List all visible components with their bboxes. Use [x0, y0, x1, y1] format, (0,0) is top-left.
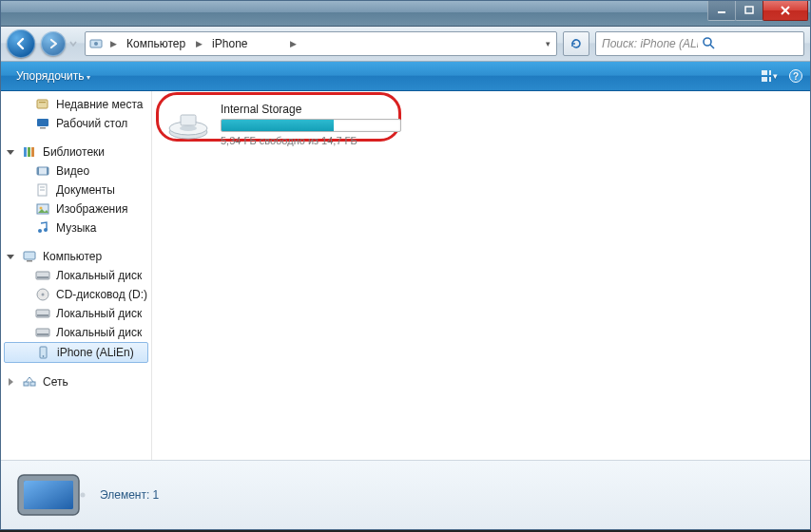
svg-rect-41: [24, 382, 29, 386]
svg-rect-14: [37, 119, 48, 126]
sidebar-item-images[interactable]: Изображения: [1, 200, 151, 218]
sidebar-label: iPhone (ALiEn): [57, 346, 134, 359]
svg-point-4: [704, 38, 711, 46]
svg-point-40: [43, 355, 45, 357]
video-icon: [35, 163, 50, 179]
docs-icon: [35, 182, 50, 198]
svg-rect-46: [181, 115, 196, 125]
details-device-icon: [10, 469, 87, 521]
svg-rect-29: [24, 252, 35, 259]
library-icon: [22, 144, 37, 160]
forward-button[interactable]: [41, 31, 66, 56]
refresh-button[interactable]: [563, 31, 589, 56]
drive-used-bar: [222, 120, 334, 131]
sidebar-item-cd-drive[interactable]: CD-дисковод (D:): [1, 285, 151, 304]
svg-rect-18: [31, 147, 34, 157]
sidebar-item-local-disk-1[interactable]: Локальный диск: [1, 266, 151, 285]
computer-icon: [22, 249, 37, 264]
drive-capacity-bar: [221, 119, 401, 132]
drive-icon: [165, 107, 211, 142]
view-options-button[interactable]: ▾: [761, 67, 778, 85]
sidebar-item-docs[interactable]: Документы: [1, 180, 151, 200]
organize-menu[interactable]: Упорядочить: [7, 66, 100, 86]
sidebar-item-computer[interactable]: Компьютер: [1, 247, 151, 266]
sidebar-label: Локальный диск: [56, 269, 142, 282]
hdd-icon: [35, 306, 50, 321]
drive-name: Internal Storage: [221, 103, 401, 116]
svg-rect-15: [40, 127, 46, 129]
details-text: Элемент: 1: [100, 488, 159, 502]
svg-rect-16: [24, 147, 27, 157]
sidebar-item-local-disk-2[interactable]: Локальный диск: [1, 304, 151, 323]
svg-point-50: [81, 493, 86, 498]
svg-rect-1: [745, 7, 753, 13]
svg-rect-12: [37, 100, 48, 108]
cd-icon: [35, 287, 50, 302]
minimize-icon: [717, 6, 726, 15]
sidebar-item-video[interactable]: Видео: [1, 162, 151, 180]
sidebar-label: Компьютер: [43, 250, 102, 263]
sidebar-item-network[interactable]: Сеть: [1, 372, 151, 391]
forward-icon: [48, 38, 59, 49]
svg-point-3: [94, 42, 98, 46]
svg-rect-49: [24, 481, 73, 509]
search-input[interactable]: Поиск: iPhone (ALiEn): [595, 31, 804, 56]
command-bar: Упорядочить ▾ ?: [1, 62, 810, 91]
desktop-icon: [35, 116, 50, 131]
svg-point-45: [180, 125, 197, 131]
maximize-icon: [744, 6, 754, 15]
chevron-right-icon[interactable]: ▶: [192, 39, 206, 48]
hdd-icon: [35, 325, 50, 340]
minimize-button[interactable]: [707, 1, 736, 21]
refresh-icon: [570, 37, 583, 50]
sidebar-label: Видео: [56, 164, 89, 178]
svg-rect-17: [28, 147, 30, 157]
drive-item-internal-storage[interactable]: Internal Storage 5,34 ГБ свободно из 14,…: [160, 99, 407, 152]
svg-rect-21: [47, 167, 48, 175]
nav-bar: ▶ Компьютер ▶ iPhone ▶ ▾ Поиск: iPhone (…: [1, 27, 810, 62]
breadcrumb-iphone[interactable]: iPhone: [206, 32, 254, 55]
items-view[interactable]: Internal Storage 5,34 ГБ свободно из 14,…: [151, 91, 810, 460]
address-bar[interactable]: ▶ Компьютер ▶ iPhone ▶ ▾: [85, 31, 557, 56]
sidebar-label: Документы: [56, 183, 115, 197]
address-dropdown-icon[interactable]: ▾: [542, 39, 556, 48]
recent-icon: [35, 97, 50, 112]
svg-rect-30: [27, 260, 32, 262]
explorer-window: ▶ Компьютер ▶ iPhone ▶ ▾ Поиск: iPhone (…: [0, 0, 811, 530]
sidebar-label: Музыка: [56, 221, 96, 235]
help-button[interactable]: ?: [787, 67, 804, 85]
music-icon: [35, 220, 50, 236]
chevron-right-icon[interactable]: ▶: [286, 39, 300, 48]
history-dropdown-icon[interactable]: [69, 39, 77, 48]
breadcrumb-computer[interactable]: Компьютер: [121, 32, 192, 55]
sidebar-label: Локальный диск: [56, 307, 142, 320]
sidebar-item-local-disk-3[interactable]: Локальный диск: [1, 323, 151, 342]
svg-rect-42: [30, 382, 35, 386]
search-icon[interactable]: [702, 36, 798, 52]
sidebar-item-music[interactable]: Музыка: [1, 218, 151, 238]
svg-point-27: [38, 229, 42, 233]
maximize-button[interactable]: [735, 1, 763, 21]
sidebar-item-desktop[interactable]: Рабочий стол: [1, 114, 151, 133]
back-button[interactable]: [7, 29, 35, 58]
svg-line-5: [710, 45, 714, 48]
breadcrumb-device-icon: [86, 36, 106, 51]
close-button[interactable]: [763, 1, 808, 21]
sidebar-item-libraries[interactable]: Библиотеки: [1, 142, 151, 162]
images-icon: [35, 201, 50, 217]
sidebar-item-recent[interactable]: Недавние места: [1, 95, 151, 114]
back-icon: [14, 37, 28, 50]
svg-rect-7: [769, 70, 771, 75]
network-icon: [22, 374, 37, 390]
sidebar-label: Библиотеки: [43, 145, 105, 159]
svg-rect-36: [37, 314, 48, 316]
title-bar: [1, 1, 810, 27]
svg-rect-9: [769, 77, 771, 82]
svg-rect-32: [37, 276, 48, 278]
sidebar-item-iphone[interactable]: iPhone (ALiEn): [4, 342, 148, 363]
sidebar-label: Локальный диск: [56, 326, 142, 339]
svg-rect-13: [39, 102, 46, 103]
explorer-body: Недавние места Рабочий стол Библиотеки В…: [1, 91, 810, 460]
chevron-right-icon[interactable]: ▶: [106, 39, 121, 48]
hdd-icon: [35, 268, 50, 283]
